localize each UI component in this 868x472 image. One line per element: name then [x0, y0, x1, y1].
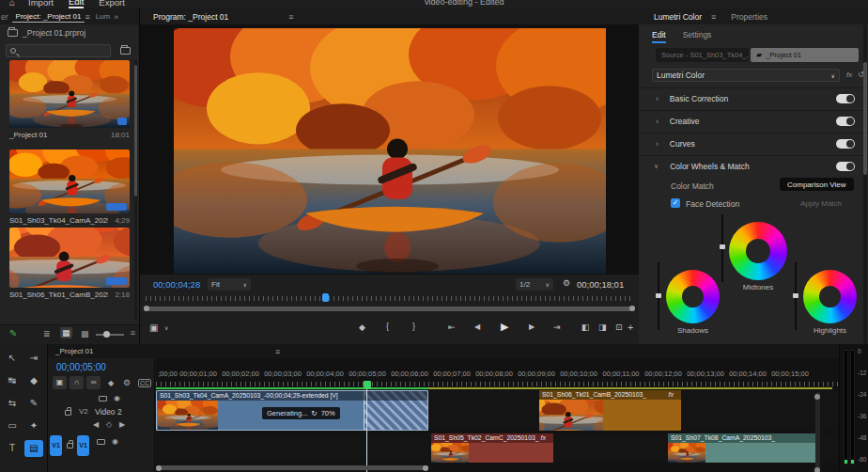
- menu-edit[interactable]: Edit: [69, 0, 84, 8]
- project-item-thumbnail[interactable]: [9, 149, 130, 213]
- comparison-view-button[interactable]: Comparison View: [780, 178, 854, 191]
- source-patch-v1[interactable]: V1: [50, 435, 62, 456]
- timeline-settings-icon[interactable]: ⚙: [123, 378, 131, 387]
- program-scrollbar[interactable]: [144, 307, 635, 311]
- program-mini-ruler[interactable]: [146, 296, 633, 301]
- hand-tool[interactable]: ✦: [24, 417, 43, 434]
- razor-tool[interactable]: ◆: [24, 372, 43, 389]
- project-item-thumbnail[interactable]: [9, 60, 130, 128]
- safe-margins-icon[interactable]: ▣: [149, 323, 158, 333]
- tab-lumetri-color[interactable]: Lumetri Color: [650, 10, 705, 23]
- camera-icon[interactable]: [97, 439, 105, 445]
- extract-icon[interactable]: ◨: [598, 323, 607, 332]
- add-button-icon[interactable]: +: [628, 322, 633, 333]
- project-item-thumbnail[interactable]: [9, 228, 130, 288]
- play-icon[interactable]: ▶: [501, 321, 508, 333]
- section-color-wheels-match[interactable]: ∨ Color Wheels & Match: [639, 155, 868, 176]
- export-frame-icon[interactable]: ⊡: [615, 323, 623, 332]
- playback-resolution-select[interactable]: 1/2∨: [516, 278, 553, 291]
- keyframe-prev-icon[interactable]: ◀: [93, 420, 99, 429]
- track-badge-v2[interactable]: V2: [79, 407, 88, 416]
- program-current-timecode[interactable]: 00;00;04;28: [153, 279, 200, 290]
- track-name-v2[interactable]: Video 2: [95, 407, 122, 417]
- panel-menu-icon[interactable]: ≡: [131, 328, 135, 338]
- go-to-out-icon[interactable]: ⇥: [553, 323, 561, 332]
- list-view-icon[interactable]: ≣: [43, 329, 51, 338]
- keyframe-add-icon[interactable]: ◇: [106, 420, 112, 429]
- lumetri-scrollbar[interactable]: [863, 24, 867, 344]
- tab-program[interactable]: Program: _Project 01: [149, 10, 232, 23]
- timeline-clip-v1-camc[interactable]: S01_Sh05_Tk02_CamC_20250103_ fx: [431, 433, 553, 463]
- snap-icon[interactable]: ∩: [70, 376, 84, 389]
- audio-meter[interactable]: 0 -12 -24 -36 -48 -60: [840, 344, 868, 472]
- search-input[interactable]: [6, 44, 111, 57]
- section-toggle[interactable]: [836, 94, 855, 103]
- fx-bypass-icon[interactable]: fx: [846, 71, 852, 79]
- tab-sequence[interactable]: _Project 01: [55, 347, 93, 355]
- panel-menu-icon[interactable]: ≡: [85, 12, 89, 22]
- midtones-color-wheel[interactable]: [729, 222, 787, 280]
- icon-view-icon[interactable]: ▦: [60, 327, 72, 338]
- tab-lumetri-scopes[interactable]: Lum: [96, 12, 111, 21]
- captions-icon[interactable]: CC: [138, 379, 151, 387]
- section-toggle[interactable]: [836, 117, 855, 126]
- panel-menu-icon[interactable]: ≡: [275, 347, 280, 356]
- timeline-playhead-marker[interactable]: [364, 381, 371, 389]
- program-playhead[interactable]: [322, 293, 329, 302]
- apply-match-button[interactable]: Apply Match: [800, 199, 842, 208]
- lock-icon[interactable]: [65, 410, 71, 416]
- new-bin-icon[interactable]: [120, 47, 131, 55]
- highlights-color-wheel[interactable]: [803, 270, 857, 323]
- add-marker-icon[interactable]: ◆: [359, 323, 365, 332]
- source-clip-button[interactable]: Source - S01_Sh03_Tk04_...: [656, 48, 749, 62]
- timeline-vscrollbar[interactable]: [815, 392, 820, 472]
- mark-out-icon[interactable]: }: [412, 322, 415, 331]
- tab-edit[interactable]: Edit: [652, 30, 666, 43]
- step-back-icon[interactable]: ◀: [474, 323, 480, 331]
- shadows-color-wheel[interactable]: [666, 270, 720, 323]
- timeline-clip-v2-camb[interactable]: S01_Sh06_Tk01_CamB_20250103_ fx: [539, 390, 681, 431]
- selection-tool[interactable]: ↖: [3, 350, 22, 367]
- item-name[interactable]: S01_Sh03_Tk04_CamA_20250103...: [9, 216, 108, 228]
- timeline-ruler[interactable]: ;00;00 00;00;01;00 00;00;02;00 00;00;03;…: [156, 370, 839, 381]
- tab-settings[interactable]: Settings: [683, 30, 712, 43]
- track-badge-v1[interactable]: V1: [77, 435, 89, 456]
- tab-overflow-icon[interactable]: »: [114, 12, 118, 22]
- timeline-current-timecode[interactable]: 00;00;05;00: [56, 362, 106, 372]
- settings-wrench-icon[interactable]: ⚙: [563, 278, 570, 288]
- track-visibility-eye-icon[interactable]: ◉: [114, 394, 120, 402]
- menu-import[interactable]: Import: [28, 0, 54, 8]
- keyframe-next-icon[interactable]: ▶: [119, 420, 125, 429]
- section-creative[interactable]: › Creative: [639, 110, 868, 131]
- step-forward-icon[interactable]: ▶: [529, 323, 535, 331]
- pen-tool[interactable]: ✎: [24, 395, 43, 412]
- highlights-slider[interactable]: [795, 262, 797, 330]
- freeform-view-icon[interactable]: ▩: [81, 329, 89, 338]
- panel-menu-icon[interactable]: ≡: [288, 12, 293, 22]
- item-name[interactable]: S01_Sh06_Tk01_CamB_20250103...: [9, 291, 108, 302]
- nest-toggle-icon[interactable]: ▣: [53, 376, 67, 389]
- mark-in-icon[interactable]: {: [386, 322, 389, 331]
- lift-icon[interactable]: ◧: [581, 323, 590, 332]
- camera-icon[interactable]: [99, 396, 107, 401]
- type-tool[interactable]: T: [3, 440, 22, 457]
- linked-selection-icon[interactable]: ∞: [86, 376, 101, 389]
- go-to-in-icon[interactable]: ⇤: [448, 323, 456, 332]
- shadows-slider[interactable]: [658, 262, 659, 330]
- section-curves[interactable]: › Curves: [639, 133, 868, 153]
- thumbnail-zoom-slider[interactable]: [96, 334, 124, 336]
- add-marker-icon[interactable]: ◆: [108, 379, 114, 387]
- item-name[interactable]: _Project 01: [9, 131, 47, 142]
- text-based-editing-tool[interactable]: ▤: [24, 440, 43, 457]
- face-detection-checkbox[interactable]: ✓: [671, 198, 680, 208]
- home-icon[interactable]: ⌂: [9, 0, 15, 8]
- timeline-clip-v1-cama[interactable]: S01_Sh07_Tk08_CamA_20250103_: [668, 433, 816, 463]
- section-basic-correction[interactable]: › Basic Correction: [639, 87, 868, 108]
- menu-export[interactable]: Export: [99, 0, 124, 8]
- zoom-level-select[interactable]: Fit∨: [208, 278, 251, 291]
- sequence-clip-button[interactable]: ▰ _Project 01: [751, 48, 859, 62]
- project-file-name[interactable]: _Project 01.prproj: [23, 28, 85, 38]
- chevron-down-icon[interactable]: ∨: [164, 324, 168, 331]
- project-scrollbar[interactable]: [134, 60, 137, 320]
- track-visibility-eye-icon[interactable]: ◉: [112, 437, 118, 446]
